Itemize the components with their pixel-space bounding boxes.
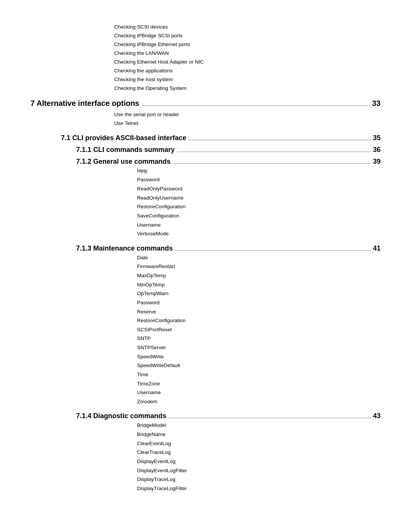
page-content: Checking SCSI devices Checking iPBridge … (0, 23, 411, 493)
section-713-subitem-12: SpeedWriteDefault (137, 361, 381, 370)
section-71-label: 7.1 CLI provides ASCII-based interface (61, 134, 186, 142)
section-711-dots (177, 152, 371, 152)
section-713-entry: 7.1.3 Maintenance commands 41 (76, 244, 381, 252)
section-714-subitem-6: DisplayTraceLog (137, 475, 381, 484)
section-712-dots (173, 163, 371, 164)
section-712-subitem-4: RestoreConfiguration (137, 202, 381, 211)
section-7-entry: 7 Alternative interface options 33 (30, 99, 381, 108)
section-713-subitem-0: Date (137, 253, 381, 262)
section-714-subitems: BridgeModel BridgeName ClearEventLog Cle… (30, 421, 381, 493)
section-714-subitem-3: ClearTraceLog (137, 448, 381, 457)
section-713-page: 41 (373, 244, 381, 252)
section-713-subitem-8: SCSIPortReset (137, 325, 381, 334)
section-712-subitem-5: SaveConfiguration (137, 211, 381, 220)
intro-subitem-0: Checking SCSI devices (30, 23, 381, 32)
section-71-page: 35 (373, 134, 381, 142)
section-713-subitem-2: MaxOpTemp (137, 271, 381, 280)
intro-subitem-7: Checking the Operating System (30, 84, 381, 93)
section-7-subitem-1: Use Telnet (114, 119, 381, 128)
section-713-subitems: Date FirmwareRestart MaxOpTemp MinOpTemp… (30, 253, 381, 406)
section-713-subitem-14: TimeZone (137, 379, 381, 388)
section-713-subitem-15: Username (137, 388, 381, 397)
section-712-page: 39 (373, 158, 381, 166)
section-713-subitem-4: OpTempWarn (137, 289, 381, 298)
section-713-subitem-13: Time (137, 370, 381, 379)
section-711-entry: 7.1.1 CLI commands summary 36 (76, 146, 381, 154)
section-713-subitem-10: SNTPServer (137, 343, 381, 352)
section-714-dots (169, 418, 371, 418)
section-713-subitem-7: RestoreConfiguration (137, 316, 381, 325)
section-714-page: 43 (373, 412, 381, 420)
section-714-subitem-7: DisplayTraceLogFilter (137, 484, 381, 493)
intro-subitems: Checking SCSI devices Checking iPBridge … (30, 23, 381, 93)
section-7-label: 7 Alternative interface options (30, 99, 139, 108)
section-713-subitem-9: SNTP (137, 334, 381, 343)
intro-subitem-3: Checking the LAN/WAN (30, 49, 381, 58)
intro-subitem-1: Checking iPBridge SCSI ports (30, 32, 381, 40)
section-712-subitem-6: Username (137, 220, 381, 230)
section-714-subitem-2: ClearEventLog (137, 439, 381, 448)
section-711-page: 36 (373, 146, 381, 154)
section-712-subitem-1: Password (137, 175, 381, 184)
section-712-subitem-7: VerboseMode (137, 229, 381, 238)
section-713-subitem-6: Reserve (137, 307, 381, 316)
section-71-dots (188, 140, 371, 140)
intro-subitem-5: Checking the applications (30, 67, 381, 75)
section-714-subitem-1: BridgeName (137, 430, 381, 439)
section-712-subitem-3: ReadOnlyUsername (137, 193, 381, 203)
intro-subitem-6: Checking the host system (30, 75, 381, 84)
section-713-subitem-1: FirmwareRestart (137, 262, 381, 271)
intro-subitem-4: Checking Ethernet Host Adapter or NIC (30, 58, 381, 67)
section-714-label: 7.1.4 Diagnostic commands (76, 412, 166, 420)
section-713-subitem-5: Password (137, 298, 381, 307)
section-714-subitem-0: BridgeModel (137, 421, 381, 430)
intro-subitem-2: Checking iPBridge Ethernet ports (30, 40, 381, 49)
section-711-label: 7.1.1 CLI commands summary (76, 146, 175, 154)
section-7-dots (142, 105, 370, 106)
section-714-entry: 7.1.4 Diagnostic commands 43 (76, 412, 381, 420)
section-7-subitems: Use the serial port or header Use Telnet (30, 110, 381, 128)
section-713-dots (175, 250, 371, 251)
section-714-subitem-5: DisplayEventLogFilter (137, 466, 381, 475)
section-712-label: 7.1.2 General use commands (76, 158, 170, 166)
section-7-subitem-0: Use the serial port or header (114, 110, 381, 119)
section-71-entry: 7.1 CLI provides ASCII-based interface 3… (61, 134, 381, 142)
section-713-subitem-11: SpeedWrite (137, 352, 381, 361)
section-713-subitem-16: Zmodem (137, 397, 381, 406)
section-713-subitem-3: MinOpTemp (137, 280, 381, 289)
section-712-entry: 7.1.2 General use commands 39 (76, 158, 381, 166)
section-712-subitems: Help Password ReadOnlyPassword ReadOnlyU… (30, 166, 381, 238)
section-712-subitem-0: Help (137, 166, 381, 176)
section-712-subitem-2: ReadOnlyPassword (137, 184, 381, 193)
section-714-subitem-4: DisplayEventLog (137, 457, 381, 466)
section-7-page: 33 (372, 99, 381, 108)
section-713-label: 7.1.3 Maintenance commands (76, 244, 173, 252)
